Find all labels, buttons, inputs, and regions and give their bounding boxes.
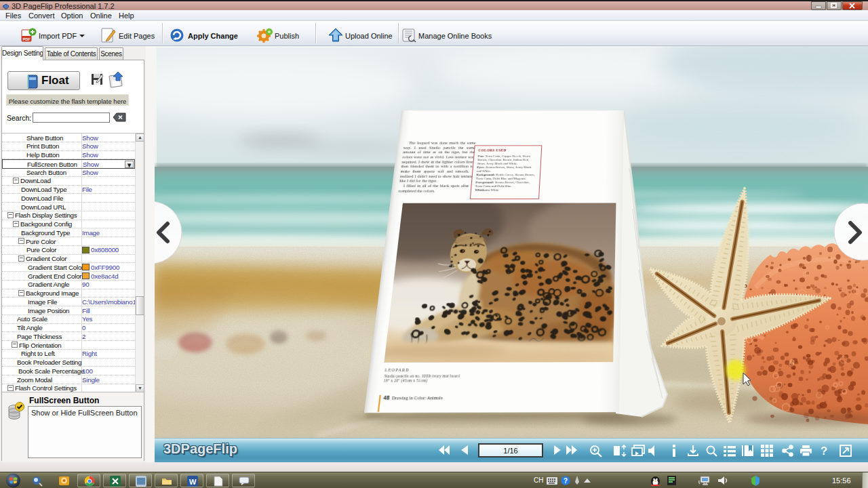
svg-text:?: ? — [564, 477, 568, 485]
svg-text:PDF: PDF — [23, 37, 31, 41]
svg-text:W: W — [189, 478, 197, 486]
svg-text:?: ? — [821, 445, 827, 457]
